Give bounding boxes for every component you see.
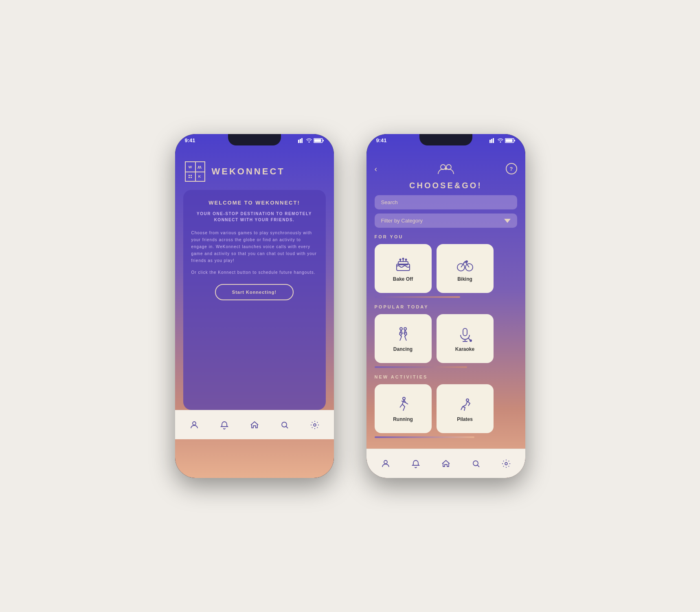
nav-home-icon[interactable]: [247, 418, 262, 432]
nav-person-icon[interactable]: [187, 418, 202, 432]
card-biking-label: Biking: [457, 276, 472, 282]
section-popular-today: POPULAR TODAY: [375, 304, 517, 368]
back-button[interactable]: ‹: [375, 164, 377, 174]
section-for-you: FOR YOU: [375, 234, 517, 298]
card-bake-off-label: Bake Off: [393, 276, 413, 282]
svg-point-32: [399, 259, 401, 260]
svg-point-36: [465, 264, 473, 271]
nav2-search-icon[interactable]: [469, 456, 483, 471]
filter-label: Filter by Category: [381, 218, 423, 224]
status-icons-2: [489, 138, 516, 143]
running-icon: [394, 395, 412, 413]
svg-rect-0: [298, 140, 299, 143]
dancing-icon: [394, 325, 412, 343]
brand-name: WEKONNECT: [212, 166, 285, 177]
cards-row-popular: Dancing: [375, 314, 517, 363]
svg-point-34: [405, 259, 406, 260]
cards-row-new: Running Pilates: [375, 384, 517, 433]
card-biking[interactable]: Biking: [437, 244, 494, 293]
nav2-person-icon[interactable]: [378, 456, 393, 471]
welcome-subtitle: YOUR ONE-STOP DESTINATION TO REMOTELY KO…: [191, 211, 318, 223]
svg-rect-2: [301, 138, 303, 143]
filter-bar[interactable]: Filter by Category: [375, 214, 517, 228]
svg-line-48: [477, 465, 479, 467]
start-konnecting-button[interactable]: Start Konnecting!: [215, 284, 294, 300]
svg-point-33: [402, 258, 404, 260]
chevron-down-icon: [504, 219, 511, 223]
users-icon: [436, 163, 456, 174]
scroll-content: FOR YOU: [366, 234, 525, 449]
svg-rect-11: [189, 177, 190, 178]
svg-point-39: [404, 328, 406, 330]
svg-point-20: [500, 141, 501, 143]
page-title: CHOOSE&GO!: [366, 178, 525, 195]
logo-cell-w: W: [186, 162, 195, 172]
card-pilates[interactable]: Pilates: [437, 384, 494, 433]
svg-point-43: [470, 340, 472, 341]
karaoke-icon: [456, 325, 474, 343]
svg-point-44: [403, 397, 405, 400]
phone-1: 9:41 W K WEKONNECT: [175, 134, 334, 478]
notch-1: [228, 134, 281, 145]
card-pilates-label: Pilates: [457, 416, 473, 422]
svg-point-3: [308, 141, 309, 143]
section-label-popular: POPULAR TODAY: [375, 304, 517, 309]
nav-bell-icon[interactable]: [217, 418, 232, 432]
welcome-body-1: Choose from various games to play synchr…: [191, 229, 318, 264]
logo-cell-icon: [186, 172, 195, 181]
svg-rect-40: [463, 328, 467, 336]
svg-rect-19: [493, 138, 494, 143]
cards-row-for-you: Bake Off: [375, 244, 517, 293]
search-placeholder: Search: [381, 199, 398, 205]
card-bake-off[interactable]: Bake Off: [375, 244, 432, 293]
scroll-indicator-2: [375, 366, 467, 368]
svg-rect-18: [491, 139, 492, 143]
svg-rect-22: [505, 139, 512, 142]
pilates-icon: [456, 395, 474, 413]
svg-line-15: [286, 426, 288, 428]
nav2-home-icon[interactable]: [439, 456, 453, 471]
status-time-2: 9:41: [376, 137, 387, 143]
search-bar[interactable]: Search: [375, 195, 517, 209]
logo-cell-users: [195, 162, 204, 172]
card-running-label: Running: [393, 416, 413, 422]
status-time-1: 9:41: [185, 137, 195, 143]
phone1-header: W K WEKONNECT: [175, 145, 334, 190]
svg-point-45: [466, 399, 469, 401]
logo-grid: W K: [185, 161, 205, 182]
section-label-for-you: FOR YOU: [375, 234, 517, 239]
nav-search-icon[interactable]: [277, 418, 292, 432]
card-karaoke[interactable]: Karaoke: [437, 314, 494, 363]
bike-icon: [456, 255, 474, 273]
svg-rect-6: [323, 140, 324, 141]
svg-point-16: [314, 424, 316, 426]
svg-point-49: [505, 462, 507, 465]
svg-point-46: [384, 460, 387, 464]
status-icons-1: [298, 138, 324, 143]
card-karaoke-label: Karaoke: [455, 346, 474, 352]
svg-rect-1: [300, 139, 301, 143]
nav2-bell-icon[interactable]: [408, 456, 423, 471]
card-running[interactable]: Running: [375, 384, 432, 433]
welcome-title: WELCOME TO WEKONNECT!: [191, 200, 318, 206]
svg-rect-12: [191, 177, 192, 178]
svg-rect-17: [489, 140, 491, 143]
section-label-new: NEW ACTIVITIES: [375, 374, 517, 379]
phone-2: 9:41 ‹ ?: [366, 134, 525, 478]
card-dancing[interactable]: Dancing: [375, 314, 432, 363]
svg-point-8: [200, 166, 201, 167]
svg-point-37: [466, 261, 467, 262]
svg-rect-23: [514, 140, 515, 141]
section-new-activities: NEW ACTIVITIES: [375, 374, 517, 438]
cake-icon: [394, 255, 412, 273]
nav2-gear-icon[interactable]: [499, 456, 513, 471]
welcome-body-2: Or click the Konnect button to schedule …: [191, 269, 318, 276]
svg-rect-5: [314, 139, 321, 142]
svg-point-26: [445, 167, 447, 170]
help-button[interactable]: ?: [506, 163, 517, 174]
welcome-card: WELCOME TO WEKONNECT! YOUR ONE-STOP DEST…: [183, 190, 326, 410]
nav-gear-icon[interactable]: [307, 418, 322, 432]
card-dancing-label: Dancing: [393, 346, 413, 352]
phone2-header: ‹ ?: [366, 145, 525, 178]
svg-rect-9: [189, 175, 190, 176]
